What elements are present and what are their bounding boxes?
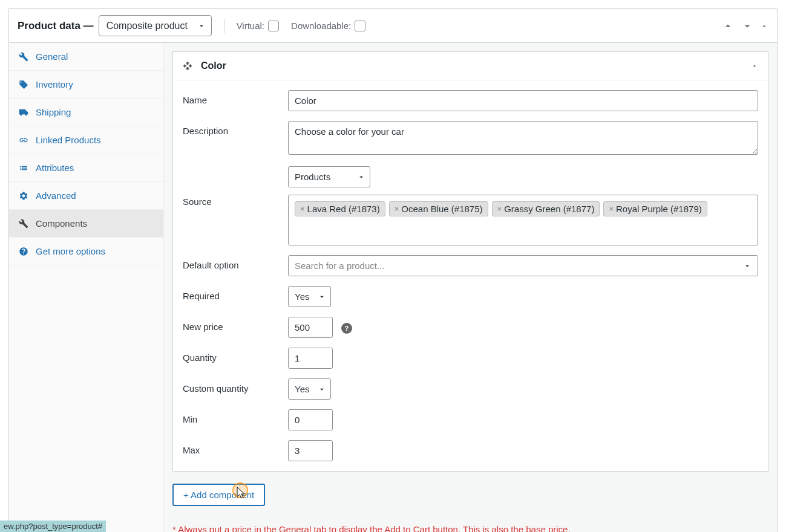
custom-quantity-select[interactable]: Yes xyxy=(288,378,331,400)
add-component-button[interactable]: + Add component xyxy=(172,484,265,506)
tab-label: Advanced xyxy=(36,190,76,201)
quantity-input[interactable] xyxy=(288,348,333,369)
default-option-label: Default option xyxy=(183,255,288,270)
tab-get-more-options[interactable]: Get more options xyxy=(9,238,163,265)
default-option-select[interactable] xyxy=(288,255,758,276)
description-label: Description xyxy=(183,121,288,136)
tab-general[interactable]: General xyxy=(9,43,163,71)
downloadable-label: Downloadable: xyxy=(291,21,351,31)
wrench-icon xyxy=(19,52,28,62)
remove-tag-icon[interactable]: × xyxy=(300,204,305,213)
product-tag[interactable]: ×Lava Red (#1873) xyxy=(295,201,385,216)
main-content: Color Name Description Cho xyxy=(164,43,777,532)
tab-shipping[interactable]: Shipping xyxy=(9,99,163,126)
link-icon xyxy=(19,135,28,145)
quantity-label: Quantity xyxy=(183,348,288,363)
divider xyxy=(224,19,224,33)
truck-icon xyxy=(19,108,28,117)
component-title: Color xyxy=(201,60,751,71)
tab-label: General xyxy=(36,51,68,62)
panel-title: Product data — xyxy=(18,20,94,32)
tag-icon xyxy=(19,80,28,89)
tab-label: Get more options xyxy=(36,246,105,256)
max-label: Max xyxy=(183,440,288,455)
downloadable-checkbox[interactable] xyxy=(355,21,365,31)
new-price-label: New price xyxy=(183,317,288,332)
product-tag[interactable]: ×Royal Purple (#1879) xyxy=(603,201,707,216)
collapse-icon[interactable] xyxy=(751,62,758,70)
downloadable-checkbox-group[interactable]: Downloadable: xyxy=(291,21,365,31)
move-down-icon[interactable] xyxy=(741,19,754,33)
tab-components[interactable]: Components xyxy=(9,210,163,238)
default-option-input[interactable] xyxy=(295,261,743,271)
rocket-icon xyxy=(19,247,28,256)
tab-label: Components xyxy=(36,218,87,229)
source-products-container[interactable]: ×Lava Red (#1873) ×Ocean Blue (#1875) ×G… xyxy=(288,195,758,245)
move-up-icon[interactable] xyxy=(721,19,735,33)
custom-quantity-label: Custom quantity xyxy=(183,378,288,394)
tab-attributes[interactable]: Attributes xyxy=(9,154,163,182)
product-tag[interactable]: ×Ocean Blue (#1875) xyxy=(389,201,488,216)
remove-tag-icon[interactable]: × xyxy=(497,204,502,213)
required-select[interactable]: Yes xyxy=(288,286,331,307)
tabs-sidebar: General Inventory Shipping Linked Produc… xyxy=(9,43,164,532)
tab-label: Attributes xyxy=(36,163,74,173)
tab-inventory[interactable]: Inventory xyxy=(9,71,163,99)
virtual-checkbox-group[interactable]: Virtual: xyxy=(237,21,279,31)
name-input[interactable] xyxy=(288,90,758,111)
tab-label: Inventory xyxy=(36,79,73,89)
component-card: Color Name Description Cho xyxy=(172,51,768,472)
product-type-select[interactable]: Composite product xyxy=(99,15,212,36)
name-label: Name xyxy=(183,90,288,105)
move-icon[interactable] xyxy=(183,61,192,71)
gear-icon xyxy=(19,191,28,201)
list-icon xyxy=(19,163,28,173)
collapse-panel-icon[interactable] xyxy=(760,22,768,30)
remove-tag-icon[interactable]: × xyxy=(609,204,614,213)
tab-label: Linked Products xyxy=(36,135,101,145)
product-tag[interactable]: ×Grassy Green (#1877) xyxy=(492,201,600,216)
min-label: Min xyxy=(183,409,288,424)
source-label: Source xyxy=(183,166,288,207)
tab-advanced[interactable]: Advanced xyxy=(9,182,163,210)
virtual-checkbox[interactable] xyxy=(268,21,279,31)
panel-header: Product data — Composite product Virtual… xyxy=(9,9,777,43)
price-note: * Always put a price in the General tab … xyxy=(172,524,768,532)
wrench-icon xyxy=(19,219,28,229)
required-label: Required xyxy=(183,286,288,301)
component-header[interactable]: Color xyxy=(173,52,768,80)
description-textarea[interactable]: Choose a color for your car xyxy=(288,121,758,155)
status-bar: ew.php?post_type=product# xyxy=(0,521,106,532)
remove-tag-icon[interactable]: × xyxy=(395,204,399,213)
source-type-select[interactable]: Products xyxy=(288,166,370,187)
max-input[interactable] xyxy=(288,440,333,461)
help-icon[interactable]: ? xyxy=(341,323,352,334)
virtual-label: Virtual: xyxy=(237,21,264,31)
new-price-input[interactable] xyxy=(288,317,333,338)
tab-linked-products[interactable]: Linked Products xyxy=(9,126,163,154)
chevron-down-icon xyxy=(743,262,752,270)
min-input[interactable] xyxy=(288,409,333,430)
tab-label: Shipping xyxy=(36,107,71,117)
